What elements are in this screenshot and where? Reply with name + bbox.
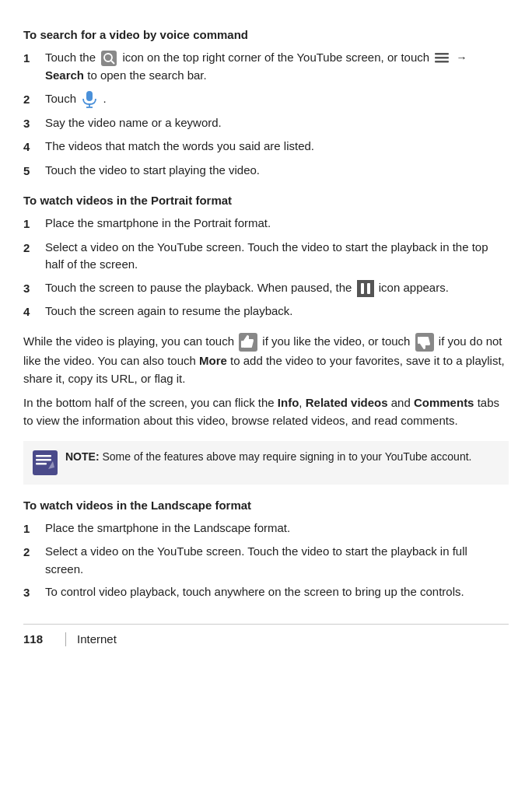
body-paragraph-1: While the video is playing, you can touc…	[23, 332, 509, 388]
mic-icon	[81, 90, 98, 109]
step-3-content: Say the video name or a keyword.	[45, 114, 509, 132]
step-p-3-content: Touch the screen to pause the playback. …	[45, 279, 509, 297]
svg-rect-6	[86, 91, 93, 101]
thumb-down-icon	[415, 333, 434, 352]
step-4-content: The videos that match the words you said…	[45, 138, 509, 156]
steps-landscape-list: 1 Place the smartphone in the Landscape …	[23, 520, 509, 602]
step-num-4: 4	[23, 138, 45, 156]
note-icon	[33, 449, 58, 477]
svg-rect-15	[418, 337, 420, 344]
svg-rect-17	[36, 455, 51, 457]
thumb-up-icon	[239, 333, 257, 352]
svg-rect-11	[367, 283, 370, 294]
note-text-content: NOTE: Some of the features above may req…	[65, 449, 471, 465]
menu-icon	[434, 51, 450, 65]
step-voice-2: 2 Touch .	[23, 90, 509, 109]
svg-rect-4	[435, 57, 449, 59]
step-p-num-3: 3	[23, 279, 45, 298]
step-voice-5: 5 Touch the video to start playing the v…	[23, 162, 509, 180]
step-num-2: 2	[23, 90, 45, 109]
step-l-num-3: 3	[23, 583, 45, 602]
step-p-4-content: Touch the screen again to resume the pla…	[45, 303, 509, 320]
step-p-num-1: 1	[23, 215, 45, 233]
step-portrait-1: 1 Place the smartphone in the Portrait f…	[23, 215, 509, 233]
step-num-5: 5	[23, 162, 45, 180]
step-voice-3: 3 Say the video name or a keyword.	[23, 114, 509, 133]
step-p-2-content: Select a video on the YouTube screen. To…	[45, 239, 509, 274]
steps-voice-list: 1 Touch the icon on the top right corner…	[23, 49, 509, 180]
steps-portrait-list: 1 Place the smartphone in the Portrait f…	[23, 215, 509, 321]
step-1-content: Touch the icon on the top right corner o…	[45, 49, 509, 85]
step-landscape-1: 1 Place the smartphone in the Landscape …	[23, 520, 509, 538]
svg-rect-3	[435, 53, 449, 55]
step-l-num-2: 2	[23, 543, 45, 562]
svg-rect-9	[357, 280, 374, 297]
footer-separator	[65, 632, 66, 646]
step-portrait-3: 3 Touch the screen to pause the playback…	[23, 279, 509, 298]
step-num-3: 3	[23, 114, 45, 133]
step-p-num-4: 4	[23, 303, 45, 321]
svg-rect-13	[241, 341, 243, 348]
step-portrait-4: 4 Touch the screen again to resume the p…	[23, 303, 509, 321]
body-paragraph-2: In the bottom half of the screen, you ca…	[23, 394, 509, 430]
step-p-1-content: Place the smartphone in the Portrait for…	[45, 215, 509, 233]
arrow-symbol: →	[456, 51, 467, 64]
step-l-num-1: 1	[23, 520, 45, 538]
footer-page-number: 118	[23, 632, 54, 646]
step-portrait-2: 2 Select a video on the YouTube screen. …	[23, 239, 509, 274]
section-heading-voice: To search for a video by voice command	[23, 28, 509, 41]
step-landscape-2: 2 Select a video on the YouTube screen. …	[23, 543, 509, 578]
note-box: NOTE: Some of the features above may req…	[23, 441, 509, 485]
search-icon	[100, 50, 117, 67]
step-p-num-2: 2	[23, 239, 45, 257]
section-heading-portrait: To watch videos in the Portrait format	[23, 194, 509, 207]
svg-rect-10	[361, 283, 364, 294]
step-5-content: Touch the video to start playing the vid…	[45, 162, 509, 180]
step-l-3-content: To control video playback, touch anywher…	[45, 583, 509, 601]
section-heading-landscape: To watch videos in the Landscape format	[23, 499, 509, 512]
footer-section-label: Internet	[77, 632, 117, 646]
step-num-1: 1	[23, 49, 45, 68]
svg-rect-19	[36, 463, 47, 465]
step-l-2-content: Select a video on the YouTube screen. To…	[45, 543, 509, 578]
step-landscape-3: 3 To control video playback, touch anywh…	[23, 583, 509, 602]
pause-icon	[357, 280, 374, 297]
step-voice-1: 1 Touch the icon on the top right corner…	[23, 49, 509, 85]
step-voice-4: 4 The videos that match the words you sa…	[23, 138, 509, 156]
step-2-content: Touch .	[45, 90, 509, 109]
step-l-1-content: Place the smartphone in the Landscape fo…	[45, 520, 509, 537]
footer: 118 Internet	[23, 624, 509, 646]
svg-rect-18	[36, 459, 51, 461]
svg-rect-5	[435, 61, 449, 63]
